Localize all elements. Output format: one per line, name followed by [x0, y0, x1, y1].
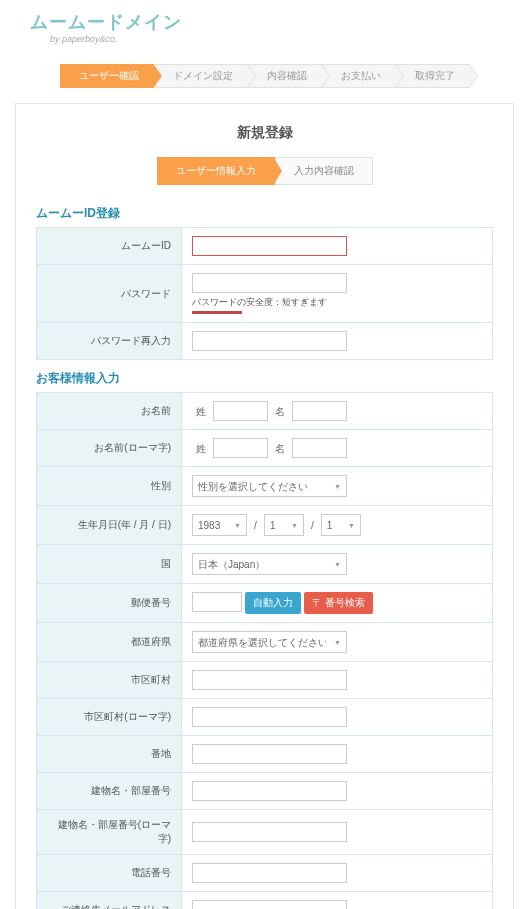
- label-birth: 生年月日(年 / 月 / 日): [37, 506, 182, 545]
- label-mei-roma: 名: [275, 443, 285, 454]
- birth-year-select[interactable]: 1983: [192, 514, 247, 536]
- header: ムームードメイン by paperboy&co.: [0, 0, 529, 49]
- page-title: 新規登録: [36, 124, 493, 142]
- sub-step-confirm: 入力内容確認: [275, 157, 373, 185]
- password2-input[interactable]: [192, 331, 347, 351]
- lastname-input[interactable]: [213, 401, 268, 421]
- country-select[interactable]: 日本（Japan）: [192, 553, 347, 575]
- section-customer-info-title: お客様情報入力: [36, 370, 493, 387]
- password-strength-msg: パスワードの安全度：短すぎます: [192, 296, 482, 309]
- muuid-input[interactable]: [192, 236, 347, 256]
- addr-input[interactable]: [192, 744, 347, 764]
- label-email: ご連絡先メールアドレス: [37, 892, 182, 910]
- label-password: パスワード: [37, 265, 182, 323]
- label-postal: 郵便番号: [37, 584, 182, 623]
- progress-steps: ユーザー確認 ドメイン設定 内容確認 お支払い 取得完了: [0, 64, 529, 88]
- label-tel: 電話番号: [37, 855, 182, 892]
- section-id-register-title: ムームーID登録: [36, 205, 493, 222]
- sub-step-input: ユーザー情報入力: [157, 157, 275, 185]
- label-country: 国: [37, 545, 182, 584]
- bldg-roma-input[interactable]: [192, 822, 347, 842]
- label-addr: 番地: [37, 736, 182, 773]
- birth-day-select[interactable]: 1: [321, 514, 361, 536]
- postal-search-button[interactable]: 〒 番号検索: [304, 592, 373, 614]
- postal-input[interactable]: [192, 592, 242, 612]
- bldg-input[interactable]: [192, 781, 347, 801]
- label-name: お名前: [37, 393, 182, 430]
- label-city-roma: 市区町村(ローマ字): [37, 699, 182, 736]
- label-mei: 名: [275, 406, 285, 417]
- password-strength-bar: [192, 311, 242, 314]
- label-sei: 姓: [196, 406, 206, 417]
- label-password2: パスワード再入力: [37, 323, 182, 360]
- city-roma-input[interactable]: [192, 707, 347, 727]
- step-domain-settings: ドメイン設定: [154, 64, 248, 88]
- label-pref: 都道府県: [37, 623, 182, 662]
- pref-select[interactable]: 都道府県を選択してください: [192, 631, 347, 653]
- city-input[interactable]: [192, 670, 347, 690]
- label-gender: 性別: [37, 467, 182, 506]
- lastname-roma-input[interactable]: [213, 438, 268, 458]
- logo-byline: by paperboy&co.: [50, 34, 509, 44]
- step-payment: お支払い: [322, 64, 396, 88]
- main-form-box: 新規登録 ユーザー情報入力 入力内容確認 ムームーID登録 ムームーID パスワ…: [15, 103, 514, 909]
- firstname-input[interactable]: [292, 401, 347, 421]
- customer-info-table: お名前 姓 名 お名前(ローマ字) 姓 名 性別: [36, 392, 493, 909]
- step-user-confirm: ユーザー確認: [60, 64, 154, 88]
- label-name-roma: お名前(ローマ字): [37, 430, 182, 467]
- auto-fill-button[interactable]: 自動入力: [245, 592, 301, 614]
- label-bldg: 建物名・部屋番号: [37, 773, 182, 810]
- label-city: 市区町村: [37, 662, 182, 699]
- label-bldg-roma: 建物名・部屋番号(ローマ字): [37, 810, 182, 855]
- gender-select[interactable]: 性別を選択してください: [192, 475, 347, 497]
- sub-steps: ユーザー情報入力 入力内容確認: [36, 157, 493, 185]
- step-confirm-content: 内容確認: [248, 64, 322, 88]
- id-register-table: ムームーID パスワード パスワードの安全度：短すぎます パスワード再入力: [36, 227, 493, 360]
- firstname-roma-input[interactable]: [292, 438, 347, 458]
- email-input[interactable]: [192, 900, 347, 909]
- label-sei-roma: 姓: [196, 443, 206, 454]
- label-muuid: ムームーID: [37, 228, 182, 265]
- password-input[interactable]: [192, 273, 347, 293]
- tel-input[interactable]: [192, 863, 347, 883]
- birth-month-select[interactable]: 1: [264, 514, 304, 536]
- logo: ムームードメイン: [30, 10, 509, 34]
- step-complete: 取得完了: [396, 64, 470, 88]
